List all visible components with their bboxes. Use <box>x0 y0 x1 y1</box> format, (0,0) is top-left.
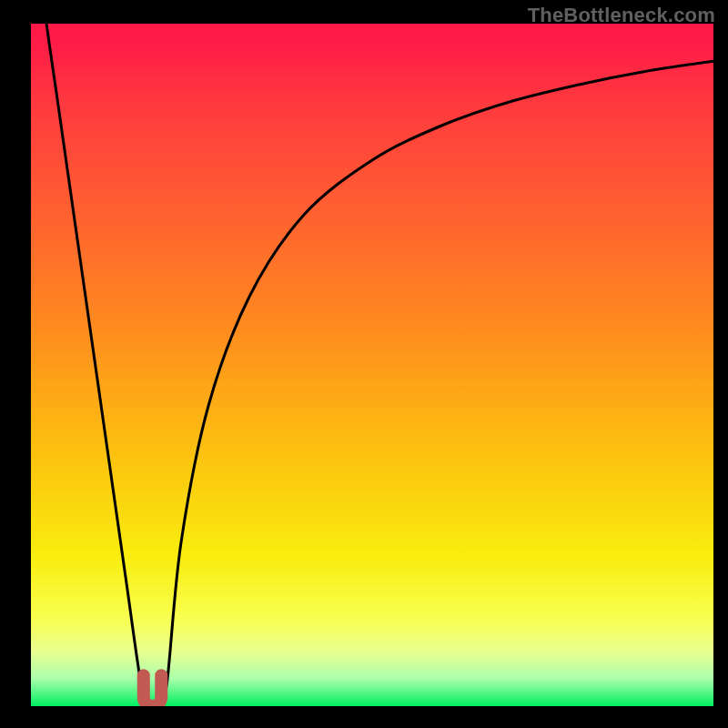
plot-area <box>31 24 713 706</box>
chart-frame: TheBottleneck.com <box>0 0 728 728</box>
minimum-marker <box>31 24 713 706</box>
watermark-text: TheBottleneck.com <box>528 4 715 27</box>
